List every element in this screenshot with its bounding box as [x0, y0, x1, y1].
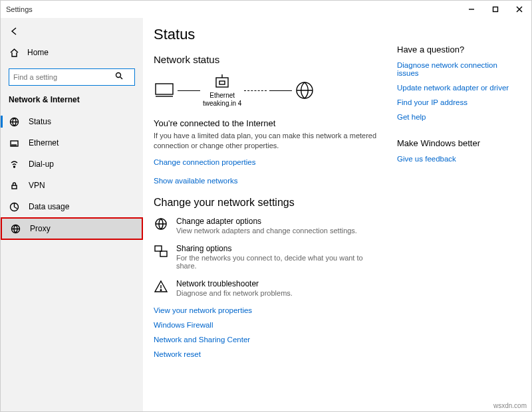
svg-rect-14: [216, 78, 228, 87]
setting-title: Network troubleshooter: [176, 279, 293, 288]
link-get-help[interactable]: Get help: [397, 113, 517, 121]
sidebar-item-label: Ethernet: [29, 138, 59, 148]
setting-adapter-options[interactable]: Change adapter options View network adap…: [154, 217, 384, 235]
svg-rect-1: [493, 7, 498, 12]
setting-sub: View network adapters and change connect…: [176, 227, 357, 235]
link-network-sharing-center[interactable]: Network and Sharing Center: [154, 336, 384, 344]
network-diagram: Ethernet tweaking.in 4: [154, 73, 384, 108]
minimize-button[interactable]: [460, 1, 483, 18]
page-title: Status: [154, 26, 384, 43]
link-windows-firewall[interactable]: Windows Firewall: [154, 321, 384, 329]
titlebar: Settings: [1, 1, 531, 18]
svg-point-4: [116, 73, 121, 78]
home-icon: [9, 47, 19, 58]
link-change-connection-properties[interactable]: Change connection properties: [154, 158, 384, 166]
router-icon: [213, 73, 231, 90]
maximize-button[interactable]: [483, 1, 507, 18]
network-status-heading: Network status: [154, 54, 384, 65]
sidebar-item-label: VPN: [29, 181, 45, 190]
sidebar-item-vpn[interactable]: VPN: [1, 175, 143, 196]
globe-icon: [295, 80, 315, 100]
sidebar-item-dialup[interactable]: Dial-up: [1, 154, 143, 175]
link-diagnose-issues[interactable]: Diagnose network connection issues: [397, 61, 517, 77]
connection-name: Ethernet: [203, 92, 241, 100]
help-panel: Have a question? Diagnose network connec…: [397, 26, 517, 398]
svg-rect-20: [160, 251, 167, 257]
troubleshoot-icon: [154, 279, 168, 294]
connected-heading: You're connected to the Internet: [154, 118, 384, 128]
change-settings-heading: Change your network settings: [154, 197, 384, 209]
svg-rect-12: [156, 84, 173, 94]
sidebar: Home Network & Internet Status: [1, 18, 143, 411]
connection-detail: tweaking.in 4: [203, 100, 241, 108]
close-button[interactable]: [507, 1, 531, 18]
link-show-available-networks[interactable]: Show available networks: [154, 177, 384, 185]
vpn-icon: [9, 180, 19, 191]
svg-point-22: [160, 289, 162, 290]
sharing-icon: [154, 244, 168, 258]
connected-body: If you have a limited data plan, you can…: [154, 131, 384, 152]
back-arrow-icon: [9, 26, 19, 37]
link-view-network-properties[interactable]: View your network properties: [154, 306, 384, 314]
sidebar-item-label: Proxy: [30, 224, 51, 233]
adapter-icon: [154, 217, 168, 231]
link-network-reset[interactable]: Network reset: [154, 350, 384, 358]
setting-title: Change adapter options: [176, 217, 357, 226]
settings-window: Settings Home: [0, 0, 532, 412]
pc-icon: [154, 82, 175, 99]
window-controls: [460, 1, 531, 18]
section-heading: Network & Internet: [1, 91, 143, 111]
svg-line-5: [120, 77, 122, 79]
question-heading: Have a question?: [397, 45, 517, 54]
sidebar-item-ethernet[interactable]: Ethernet: [1, 132, 143, 154]
setting-title: Sharing options: [176, 244, 384, 253]
window-title: Settings: [6, 5, 33, 13]
setting-sharing-options[interactable]: Sharing options For the networks you con…: [154, 244, 384, 270]
back-button[interactable]: [1, 21, 143, 42]
sidebar-item-proxy[interactable]: Proxy: [1, 217, 143, 240]
datausage-icon: [9, 201, 19, 212]
sidebar-item-label: Data usage: [29, 202, 69, 211]
sidebar-item-label: Dial-up: [29, 159, 54, 169]
feedback-heading: Make Windows better: [397, 138, 517, 148]
content-pane: Status Network status Etherne: [143, 18, 531, 411]
link-update-adapter[interactable]: Update network adapter or driver: [397, 84, 517, 92]
watermark: wsxdn.com: [493, 402, 527, 409]
sidebar-item-label: Status: [29, 117, 51, 126]
proxy-icon: [10, 223, 21, 234]
dialup-icon: [9, 159, 19, 169]
sidebar-item-status[interactable]: Status: [1, 111, 143, 132]
setting-troubleshooter[interactable]: Network troubleshooter Diagnose and fix …: [154, 279, 384, 297]
status-icon: [9, 116, 19, 127]
svg-rect-9: [12, 185, 17, 189]
home-button[interactable]: Home: [1, 42, 143, 63]
svg-point-8: [13, 166, 15, 167]
home-label: Home: [27, 48, 49, 57]
search-icon: [115, 72, 123, 82]
ethernet-icon: [9, 138, 19, 148]
sidebar-item-datausage[interactable]: Data usage: [1, 196, 143, 217]
link-give-feedback[interactable]: Give us feedback: [397, 155, 517, 163]
setting-sub: For the networks you connect to, decide …: [176, 254, 384, 270]
setting-sub: Diagnose and fix network problems.: [176, 289, 293, 297]
svg-rect-15: [219, 81, 225, 84]
svg-rect-19: [155, 246, 162, 251]
link-find-ip[interactable]: Find your IP address: [397, 98, 517, 106]
